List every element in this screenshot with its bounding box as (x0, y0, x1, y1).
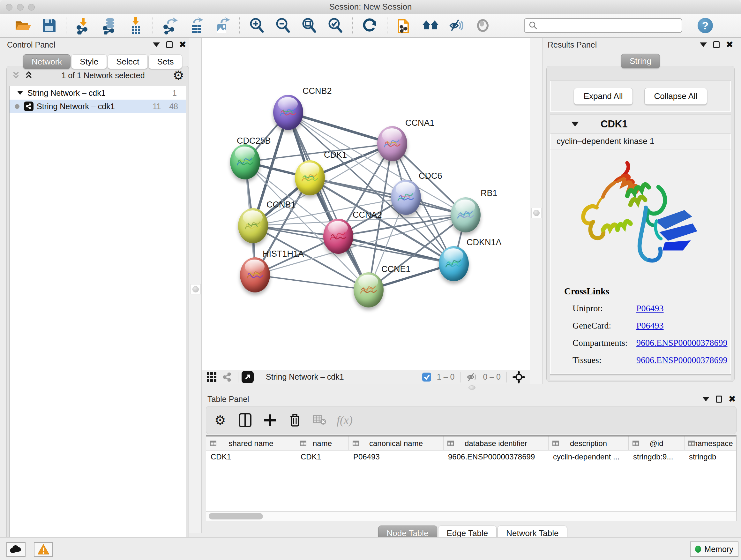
refresh-view-icon[interactable] (360, 16, 380, 36)
maximize-window-button[interactable] (28, 4, 35, 10)
network-node-ccne1[interactable] (354, 272, 384, 307)
network-node-ccnb1[interactable] (238, 208, 268, 243)
network-node-cdc25b[interactable] (230, 144, 260, 179)
export-network-icon[interactable] (160, 16, 180, 36)
save-session-icon[interactable] (39, 16, 59, 36)
table-cell[interactable]: CDK1 (206, 450, 296, 463)
string-import-icon[interactable] (394, 16, 414, 36)
network-canvas[interactable]: CCNB2CCNA1CDC25BCDK1CDC6RB1CCNB1CCNA2CDK… (202, 38, 530, 370)
memory-button[interactable]: Memory (690, 542, 738, 557)
minimize-window-button[interactable] (17, 4, 23, 10)
table-cell[interactable]: cyclin-dependent ... (549, 450, 629, 463)
network-options-gear-icon[interactable]: ⚙ (173, 69, 184, 82)
table-cell[interactable]: 9606.ENSP00000378699 (444, 450, 549, 463)
right-splitter-handle[interactable] (531, 208, 542, 218)
birds-eye-navigator-icon[interactable] (513, 371, 525, 383)
scrollbar-thumb[interactable] (209, 513, 263, 519)
float-panel-icon[interactable] (713, 41, 720, 48)
help-button[interactable]: ? (697, 18, 713, 33)
column-header-name[interactable]: name (296, 436, 349, 450)
network-node-cdkn1a[interactable] (439, 246, 469, 281)
create-column-icon[interactable] (262, 413, 278, 428)
float-panel-icon[interactable] (716, 395, 722, 402)
panel-menu-icon[interactable] (700, 43, 707, 47)
import-network-file-icon[interactable] (73, 16, 93, 36)
tab-style[interactable]: Style (71, 54, 107, 69)
search-input[interactable] (541, 21, 675, 30)
right-splitter[interactable] (530, 38, 542, 384)
column-header-namespace[interactable]: namespace (684, 436, 737, 450)
warning-button[interactable] (34, 542, 53, 557)
crosslink-link[interactable]: P06493 (636, 303, 664, 314)
crosslink-link[interactable]: 9606.ENSP00000378699 (636, 355, 727, 365)
crosslink-link[interactable]: 9606.ENSP00000378699 (636, 338, 727, 348)
network-node-ccnb2[interactable] (273, 95, 303, 130)
collapse-entry-icon[interactable] (571, 122, 579, 126)
close-panel-icon[interactable]: ✖ (179, 40, 186, 49)
expand-all-button[interactable]: Expand All (574, 88, 633, 105)
crosslink-link[interactable]: P06493 (636, 320, 664, 331)
network-node-cdk1[interactable] (295, 160, 325, 195)
tab-string[interactable]: String (621, 54, 660, 68)
column-header--id[interactable]: @id (629, 436, 684, 450)
tab-select[interactable]: Select (108, 54, 148, 69)
delete-table-icon[interactable] (312, 413, 327, 428)
collapse-all-icon[interactable] (11, 71, 21, 80)
close-window-button[interactable] (6, 4, 12, 10)
hide-selected-icon[interactable] (447, 16, 467, 36)
left-splitter[interactable] (189, 38, 202, 533)
expand-all-icon[interactable] (24, 71, 33, 80)
network-node-ccna2[interactable] (323, 219, 353, 254)
left-splitter-handle[interactable] (191, 284, 201, 294)
table-cell[interactable]: CDK1 (296, 450, 349, 463)
network-collection-row[interactable]: String Network – cdk1 1 (10, 86, 186, 100)
network-node-hist1h1a[interactable] (240, 257, 270, 293)
selected-checkbox-icon[interactable] (421, 372, 432, 382)
network-overview-icon[interactable] (222, 372, 232, 382)
network-edge[interactable] (288, 112, 368, 290)
horizontal-splitter[interactable] (192, 384, 741, 392)
gene-entry-header[interactable]: CDK1 (550, 115, 731, 133)
network-node-ccna1[interactable] (377, 126, 407, 161)
zoom-in-icon[interactable] (247, 16, 267, 36)
network-edge[interactable] (255, 275, 368, 290)
tab-network[interactable]: Network (23, 54, 71, 69)
collapse-all-button[interactable]: Collapse All (644, 88, 708, 105)
open-session-icon[interactable] (13, 16, 32, 36)
detach-view-button[interactable] (242, 371, 254, 383)
table-cell[interactable]: stringdb (684, 450, 737, 463)
import-table-file-icon[interactable] (126, 16, 145, 36)
show-columns-icon[interactable] (238, 413, 253, 428)
panel-menu-icon[interactable] (153, 43, 160, 47)
table-cell[interactable]: P06493 (349, 450, 444, 463)
tab-sets[interactable]: Sets (148, 54, 182, 69)
column-header-canonical-name[interactable]: canonical name (349, 436, 444, 450)
horizontal-splitter-handle[interactable] (467, 384, 477, 391)
crosslink-link[interactable]: P06493 (636, 372, 664, 374)
network-edge[interactable] (310, 178, 466, 215)
table-horizontal-scrollbar[interactable] (206, 511, 737, 521)
column-header-description[interactable]: description (549, 436, 629, 450)
cloud-button[interactable] (6, 542, 25, 557)
string-home-icon[interactable] (421, 16, 441, 36)
network-row[interactable]: String Network – cdk1 11 48 (10, 100, 186, 113)
hidden-eye-icon[interactable] (466, 372, 478, 382)
show-all-icon[interactable] (473, 16, 493, 36)
export-table-icon[interactable] (186, 16, 206, 36)
export-image-icon[interactable] (212, 16, 232, 36)
function-builder-icon[interactable]: f(x) (337, 413, 352, 428)
close-panel-icon[interactable]: ✖ (729, 395, 736, 403)
delete-column-icon[interactable] (287, 413, 302, 428)
column-header-shared-name[interactable]: shared name (206, 436, 296, 450)
grid-view-icon[interactable] (206, 372, 217, 382)
zoom-out-icon[interactable] (273, 16, 293, 36)
collapse-icon[interactable] (17, 91, 23, 95)
zoom-selected-icon[interactable] (326, 16, 345, 36)
zoom-fit-icon[interactable] (299, 16, 319, 36)
import-network-database-icon[interactable] (99, 16, 119, 36)
network-edge[interactable] (288, 112, 392, 144)
close-panel-icon[interactable]: ✖ (726, 40, 733, 49)
float-panel-icon[interactable] (166, 41, 173, 48)
network-node-cdc6[interactable] (391, 180, 421, 215)
table-row[interactable]: CDK1CDK1P064939606.ENSP00000378699cyclin… (206, 450, 736, 463)
